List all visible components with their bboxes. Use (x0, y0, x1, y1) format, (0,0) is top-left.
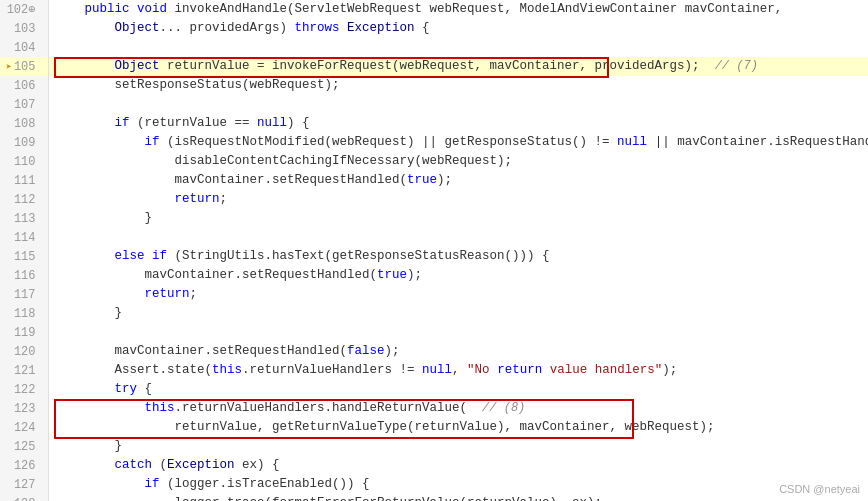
line-number: ➤105 (0, 57, 48, 76)
line-code-content: } (48, 437, 868, 456)
code-line-128: 128 logger.trace(formatErrorForReturnVal… (0, 494, 868, 501)
line-code-content (48, 323, 868, 342)
code-line-108: 108 if (returnValue == null) { (0, 114, 868, 133)
line-number: 126 (0, 456, 48, 475)
line-number: 120 (0, 342, 48, 361)
line-code-content: logger.trace(formatErrorForReturnValue(r… (48, 494, 868, 501)
line-number: 115 (0, 247, 48, 266)
line-code-content: disableContentCachingIfNecessary(webRequ… (48, 152, 868, 171)
line-number: 118 (0, 304, 48, 323)
code-line-109: 109 if (isRequestNotModified(webRequest)… (0, 133, 868, 152)
line-number: 124 (0, 418, 48, 437)
code-line-106: 106 setResponseStatus(webRequest); (0, 76, 868, 95)
code-line-120: 120 mavContainer.setRequestHandled(false… (0, 342, 868, 361)
code-line-113: 113 } (0, 209, 868, 228)
line-number: 110 (0, 152, 48, 171)
line-code-content (48, 95, 868, 114)
line-number: 107 (0, 95, 48, 114)
code-line-119: 119 (0, 323, 868, 342)
code-line-103: 103 Object... providedArgs) throws Excep… (0, 19, 868, 38)
line-code-content: mavContainer.setRequestHandled(false); (48, 342, 868, 361)
line-code-content: try { (48, 380, 868, 399)
line-number: 125 (0, 437, 48, 456)
code-line-105: ➤105 Object returnValue = invokeForReque… (0, 57, 868, 76)
code-line-116: 116 mavContainer.setRequestHandled(true)… (0, 266, 868, 285)
line-code-content: return; (48, 190, 868, 209)
line-code-content: else if (StringUtils.hasText(getResponse… (48, 247, 868, 266)
line-code-content: mavContainer.setRequestHandled(true); (48, 266, 868, 285)
code-line-122: 122 try { (0, 380, 868, 399)
watermark: CSDN @netyeai (779, 483, 860, 495)
line-code-content: returnValue, getReturnValueType(returnVa… (48, 418, 868, 437)
line-number: 109 (0, 133, 48, 152)
line-number: 117 (0, 285, 48, 304)
code-line-123: 123 this.returnValueHandlers.handleRetur… (0, 399, 868, 418)
line-number: 128 (0, 494, 48, 501)
line-code-content: if (logger.isTraceEnabled()) { (48, 475, 868, 494)
line-number: 103 (0, 19, 48, 38)
line-number: 119 (0, 323, 48, 342)
line-code-content: Object returnValue = invokeForRequest(we… (48, 57, 868, 76)
line-number: 113 (0, 209, 48, 228)
line-number: 122 (0, 380, 48, 399)
code-line-121: 121 Assert.state(this.returnValueHandler… (0, 361, 868, 380)
line-number: 111 (0, 171, 48, 190)
line-code-content (48, 228, 868, 247)
code-line-114: 114 (0, 228, 868, 247)
code-line-102: 102⊕ public void invokeAndHandle(Servlet… (0, 0, 868, 19)
line-number: 123 (0, 399, 48, 418)
code-line-111: 111 mavContainer.setRequestHandled(true)… (0, 171, 868, 190)
line-code-content: this.returnValueHandlers.handleReturnVal… (48, 399, 868, 418)
code-line-112: 112 return; (0, 190, 868, 209)
line-code-content: catch (Exception ex) { (48, 456, 868, 475)
line-number: 112 (0, 190, 48, 209)
line-code-content: } (48, 304, 868, 323)
code-line-115: 115 else if (StringUtils.hasText(getResp… (0, 247, 868, 266)
line-number: 114 (0, 228, 48, 247)
code-table: 102⊕ public void invokeAndHandle(Servlet… (0, 0, 868, 501)
code-line-107: 107 (0, 95, 868, 114)
code-line-126: 126 catch (Exception ex) { (0, 456, 868, 475)
line-code-content: Object... providedArgs) throws Exception… (48, 19, 868, 38)
line-number: 104 (0, 38, 48, 57)
code-line-125: 125 } (0, 437, 868, 456)
code-line-124: 124 returnValue, getReturnValueType(retu… (0, 418, 868, 437)
line-code-content: } (48, 209, 868, 228)
line-number: 106 (0, 76, 48, 95)
code-line-104: 104 (0, 38, 868, 57)
code-line-118: 118 } (0, 304, 868, 323)
line-number: 102⊕ (0, 0, 48, 19)
line-code-content: return; (48, 285, 868, 304)
code-container: 102⊕ public void invokeAndHandle(Servlet… (0, 0, 868, 501)
line-number: 108 (0, 114, 48, 133)
line-code-content: setResponseStatus(webRequest); (48, 76, 868, 95)
line-number: 116 (0, 266, 48, 285)
line-number: 121 (0, 361, 48, 380)
code-line-127: 127 if (logger.isTraceEnabled()) { (0, 475, 868, 494)
line-code-content: if (isRequestNotModified(webRequest) || … (48, 133, 868, 152)
code-line-110: 110 disableContentCachingIfNecessary(web… (0, 152, 868, 171)
line-code-content: if (returnValue == null) { (48, 114, 868, 133)
line-code-content: mavContainer.setRequestHandled(true); (48, 171, 868, 190)
line-number: 127 (0, 475, 48, 494)
line-code-content: public void invokeAndHandle(ServletWebRe… (48, 0, 868, 19)
line-code-content: Assert.state(this.returnValueHandlers !=… (48, 361, 868, 380)
line-code-content (48, 38, 868, 57)
code-line-117: 117 return; (0, 285, 868, 304)
